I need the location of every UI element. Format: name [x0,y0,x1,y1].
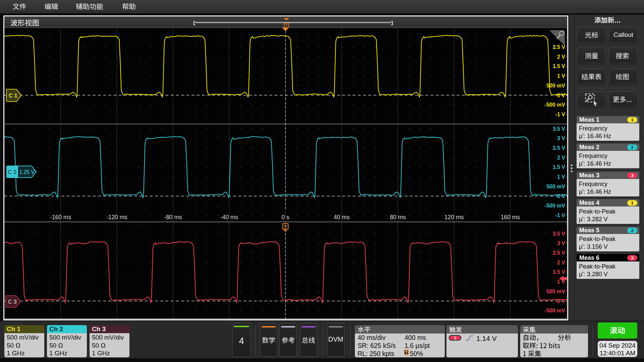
svg-text:2.5 V: 2.5 V [553,250,566,256]
svg-text:1.5 V: 1.5 V [553,164,566,170]
svg-text:1 V: 1 V [557,174,565,180]
svg-text:-500 mV: -500 mV [545,203,566,208]
svg-text:3.5 V: 3.5 V [553,231,566,237]
svg-text:1.5 V: 1.5 V [553,63,566,69]
svg-text:-40 ms: -40 ms [220,214,238,221]
svg-text:2 V: 2 V [557,54,565,60]
svg-text:500 mV: 500 mV [546,184,565,189]
svg-text:1.5 V: 1.5 V [553,269,566,275]
svg-text:0 s: 0 s [281,214,289,221]
svg-text:3 V: 3 V [557,240,565,246]
svg-text:0 V: 0 V [557,298,565,304]
svg-text:500 mV: 500 mV [546,289,565,294]
svg-text:1 V: 1 V [557,279,565,285]
svg-text:-80 ms: -80 ms [164,214,182,221]
svg-text:40 ms: 40 ms [334,214,350,221]
svg-text:-500 mV: -500 mV [545,102,566,108]
svg-text:-120 ms: -120 ms [106,214,127,221]
svg-text:2 V: 2 V [557,260,565,265]
svg-text:T: T [405,350,408,354]
svg-text:1 V: 1 V [557,73,565,79]
svg-text:T: T [285,23,288,27]
svg-text:T: T [284,224,287,229]
svg-text:2.5 V: 2.5 V [553,145,566,151]
svg-text:1.25 V: 1.25 V [19,169,35,175]
svg-text:-1 V: -1 V [555,213,566,218]
svg-text:0 V: 0 V [557,193,565,199]
svg-text:120 ms: 120 ms [444,214,464,221]
svg-text:C 2: C 2 [8,169,17,175]
svg-text:2 V: 2 V [557,155,565,161]
svg-text:500 mV: 500 mV [546,83,565,88]
svg-text:C 3: C 3 [8,299,17,305]
svg-text:-160 ms: -160 ms [50,214,71,221]
svg-text:3.5 V: 3.5 V [553,126,566,132]
svg-text:C 1: C 1 [9,93,17,99]
svg-text:0 V: 0 V [557,93,565,98]
svg-text:80 ms: 80 ms [390,214,406,221]
svg-text:2.5 V: 2.5 V [553,44,566,50]
svg-text:-1 V: -1 V [555,112,566,117]
svg-text:3 V: 3 V [557,135,565,141]
svg-text:-500 mV: -500 mV [545,308,566,313]
svg-text:160 ms: 160 ms [501,214,520,221]
